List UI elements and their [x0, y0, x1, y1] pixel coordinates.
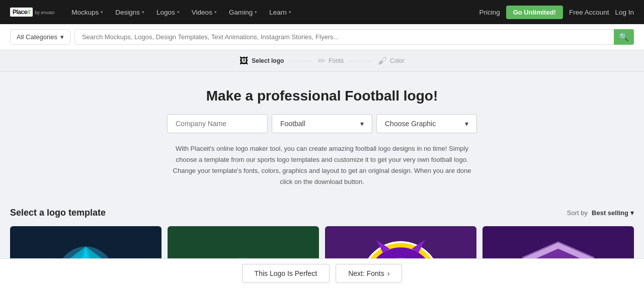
chevron-down-icon: ▾	[289, 10, 291, 15]
chevron-down-icon: ▾	[101, 10, 103, 15]
chevron-right-icon: ›	[387, 269, 390, 277]
category-select[interactable]: All Categories ▾	[10, 29, 70, 45]
search-input-wrap: 🔍	[74, 29, 634, 45]
nav-videos[interactable]: Videos ▾	[187, 0, 222, 24]
company-name-input[interactable]	[167, 114, 268, 133]
step-connector-1: ··········	[289, 58, 313, 64]
graphic-select[interactable]: Choose Graphic ▾	[376, 114, 477, 133]
chevron-down-icon: ▾	[60, 33, 64, 41]
chevron-down-icon: ▾	[214, 10, 217, 15]
search-input[interactable]	[74, 29, 634, 45]
description-text: With Placeit's online logo maker tool, y…	[166, 143, 478, 187]
form-row: Football ▾ Choose Graphic ▾	[10, 114, 634, 133]
chevron-down-icon: ▾	[465, 120, 468, 128]
step-fonts[interactable]: ✏ Fonts	[318, 55, 344, 66]
section-title: Select a logo template	[10, 208, 106, 218]
sort-by: Sort by Best selling ▾	[567, 209, 634, 217]
nav-gaming[interactable]: Gaming ▾	[224, 0, 262, 24]
nav-learn[interactable]: Learn ▾	[264, 0, 296, 24]
nav-right: Pricing Go Unlimited! Free Account Log I…	[479, 6, 634, 19]
color-icon: 🖌	[378, 56, 387, 66]
bottom-bar: This Logo Is Perfect Next: Fonts ›	[0, 258, 644, 288]
chevron-down-icon: ▾	[142, 10, 144, 15]
brand-logo[interactable]: Placeit by envato	[10, 8, 54, 17]
log-in-link[interactable]: Log In	[615, 9, 634, 16]
search-icon: 🔍	[619, 32, 629, 42]
sport-select[interactable]: Football ▾	[272, 114, 372, 133]
nav-mockups[interactable]: Mockups ▾	[66, 0, 108, 24]
chevron-down-icon: ▾	[360, 120, 364, 128]
go-unlimited-button[interactable]: Go Unlimited!	[506, 6, 563, 19]
page-title: Make a professional Football logo!	[10, 88, 634, 104]
chevron-down-icon: ▾	[630, 209, 634, 217]
pricing-link[interactable]: Pricing	[479, 9, 500, 16]
search-button[interactable]: 🔍	[614, 29, 634, 45]
nav-items: Mockups ▾ Designs ▾ Logos ▾ Videos ▾ Gam…	[66, 0, 479, 24]
steps-bar: 🖼 Select logo ·········· ✏ Fonts ·······…	[0, 50, 644, 72]
free-account-link[interactable]: Free Account	[569, 9, 609, 16]
logo-sub: by envato	[35, 10, 54, 15]
logo-text: Placeit	[10, 8, 33, 17]
search-bar: All Categories ▾ 🔍	[0, 24, 644, 50]
step-select-logo[interactable]: 🖼 Select logo	[239, 56, 284, 66]
sort-select[interactable]: Best selling ▾	[592, 209, 634, 217]
main-content: Make a professional Football logo! Footb…	[0, 72, 644, 288]
nav-designs[interactable]: Designs ▾	[110, 0, 149, 24]
step-color[interactable]: 🖌 Color	[378, 56, 405, 66]
nav-logos[interactable]: Logos ▾	[151, 0, 185, 24]
navbar: Placeit by envato Mockups ▾ Designs ▾ Lo…	[0, 0, 644, 24]
chevron-down-icon: ▾	[177, 10, 180, 15]
logo-section-header: Select a logo template Sort by Best sell…	[10, 208, 634, 218]
fonts-icon: ✏	[318, 55, 326, 66]
this-logo-is-perfect-button[interactable]: This Logo Is Perfect	[242, 264, 330, 283]
logo-icon: 🖼	[239, 56, 249, 66]
next-fonts-button[interactable]: Next: Fonts ›	[336, 264, 402, 283]
hero-section: Make a professional Football logo! Footb…	[0, 72, 644, 208]
step-connector-2: ··········	[349, 58, 373, 64]
chevron-down-icon: ▾	[255, 10, 257, 15]
